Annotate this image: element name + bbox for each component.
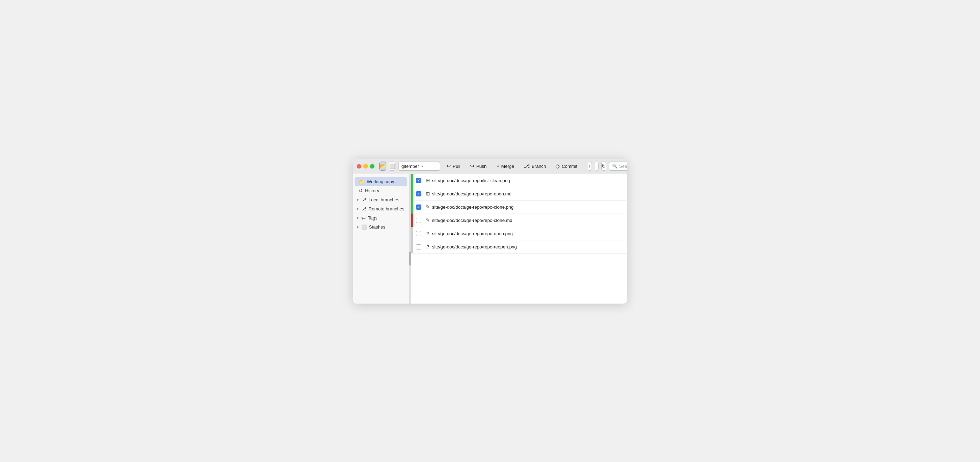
remove-button[interactable]: − bbox=[595, 162, 598, 171]
sidebar-item-remote-branches[interactable]: ▶ ⎇ Remote branches bbox=[353, 205, 409, 213]
chevron-down-icon: ▾ bbox=[421, 164, 423, 168]
file-list-inner: ⊞ site/ge-doc/docs/ge-repo/list-clean.pn… bbox=[411, 174, 627, 254]
file-path: site/ge-doc/docs/ge-repo/repo-clone.png bbox=[432, 205, 623, 210]
file-checkbox[interactable] bbox=[416, 244, 421, 249]
commit-button[interactable]: ◇ Commit bbox=[552, 162, 581, 171]
merge-icon: ⑂ bbox=[496, 163, 500, 169]
push-icon: ↪ bbox=[470, 163, 475, 169]
close-button[interactable] bbox=[357, 164, 361, 168]
chevron-right-icon: ▶ bbox=[357, 198, 359, 201]
stash-icon: ⬜ bbox=[361, 224, 367, 230]
branch-local-icon: ⎇ bbox=[361, 197, 366, 202]
refresh-icon: ↻ bbox=[602, 163, 606, 169]
file-checkbox[interactable] bbox=[416, 218, 421, 223]
question-icon: ? bbox=[424, 231, 432, 236]
sidebar-item-local-branches[interactable]: ▶ ⎇ Local branches bbox=[353, 195, 409, 204]
checkbox-area bbox=[413, 191, 424, 197]
file-checkbox[interactable] bbox=[416, 205, 421, 210]
main-area: 📁 Working copy ↺ History ▶ ⎇ Local branc… bbox=[353, 174, 627, 303]
sidebar-item-history[interactable]: ↺ History bbox=[355, 186, 407, 195]
sidebar-item-working-copy[interactable]: 📁 Working copy bbox=[355, 177, 407, 186]
branch-remote-icon: ⎇ bbox=[361, 206, 366, 211]
search-icon: 🔍 bbox=[612, 164, 617, 168]
checkbox-area bbox=[413, 178, 424, 183]
repo-selector[interactable]: gitember ▾ bbox=[398, 162, 440, 171]
chevron-right-icon-stashes: ▶ bbox=[357, 225, 359, 229]
titlebar: 📂 ⬜ gitember ▾ ↩ Pull ↪ Push ⑂ Merge ⎇ B… bbox=[353, 159, 627, 174]
minimize-button[interactable] bbox=[363, 164, 368, 168]
file-list: ⊞ site/ge-doc/docs/ge-repo/list-clean.pn… bbox=[411, 174, 627, 303]
table-row[interactable]: ⊞ site/ge-doc/docs/ge-repo/list-clean.pn… bbox=[411, 174, 627, 187]
push-button[interactable]: ↪ Push bbox=[467, 162, 490, 171]
history-icon: ↺ bbox=[359, 188, 363, 193]
copy-icon: ⬜ bbox=[389, 163, 395, 169]
table-row[interactable]: ⊞ site/ge-doc/docs/ge-repo/repo-open.md bbox=[411, 187, 627, 201]
file-path: site/ge-doc/docs/ge-repo/repo-open.md bbox=[432, 191, 623, 197]
checkbox-area bbox=[413, 244, 424, 249]
file-type-icon: ⊞ bbox=[424, 191, 432, 197]
sidebar-item-stashes[interactable]: ▶ ⬜ Stashes bbox=[353, 222, 409, 231]
branch-button[interactable]: ⎇ Branch bbox=[520, 162, 549, 171]
checkbox-area bbox=[413, 205, 424, 210]
plus-icon: + bbox=[588, 163, 591, 169]
maximize-button[interactable] bbox=[370, 164, 374, 168]
table-row[interactable]: ✎ site/ge-doc/docs/ge-repo/repo-clone.md bbox=[411, 214, 627, 227]
merge-button[interactable]: ⑂ Merge bbox=[493, 162, 517, 171]
search-box[interactable]: 🔍 Search bbox=[609, 162, 627, 171]
working-copy-icon: 📁 bbox=[359, 179, 364, 184]
chevron-right-icon-remote: ▶ bbox=[357, 207, 359, 210]
tab-toggle-button[interactable]: ⬜ bbox=[389, 162, 395, 171]
file-path: site/ge-doc/docs/ge-repo/repo-open.png bbox=[432, 231, 623, 236]
table-row[interactable]: ? site/ge-doc/docs/ge-repo/repo-open.png bbox=[411, 227, 627, 240]
edit-icon: ✎ bbox=[424, 218, 432, 223]
content-area: ⊞ site/ge-doc/docs/ge-repo/list-clean.pn… bbox=[409, 174, 627, 303]
file-checkbox[interactable] bbox=[416, 178, 421, 183]
question-icon: ? bbox=[424, 244, 432, 249]
file-type-icon: ⊞ bbox=[424, 178, 432, 183]
checkbox-area bbox=[413, 231, 424, 236]
folder-icon: 📂 bbox=[380, 163, 386, 169]
file-checkbox[interactable] bbox=[416, 191, 421, 197]
pull-icon: ↩ bbox=[446, 163, 451, 169]
tag-icon: 🏷 bbox=[361, 215, 366, 221]
traffic-lights bbox=[357, 164, 374, 168]
app-window: 📂 ⬜ gitember ▾ ↩ Pull ↪ Push ⑂ Merge ⎇ B… bbox=[353, 159, 627, 303]
checkbox-area bbox=[413, 218, 424, 223]
file-path: site/ge-doc/docs/ge-repo/repo-reopen.png bbox=[432, 244, 623, 249]
pull-button[interactable]: ↩ Pull bbox=[443, 162, 464, 171]
table-row[interactable]: ? site/ge-doc/docs/ge-repo/repo-reopen.p… bbox=[411, 240, 627, 254]
sidebar-toggle-button[interactable]: 📂 bbox=[379, 162, 386, 171]
add-button[interactable]: + bbox=[588, 162, 592, 171]
branch-icon: ⎇ bbox=[524, 163, 530, 169]
minus-icon: − bbox=[595, 163, 598, 169]
file-path: site/ge-doc/docs/ge-repo/list-clean.png bbox=[432, 178, 623, 183]
sidebar-item-tags[interactable]: ▶ 🏷 Tags bbox=[353, 214, 409, 222]
repo-name: gitember bbox=[401, 164, 419, 169]
commit-icon: ◇ bbox=[555, 163, 560, 169]
refresh-button[interactable]: ↻ bbox=[601, 162, 606, 171]
table-row[interactable]: ✎ site/ge-doc/docs/ge-repo/repo-clone.pn… bbox=[411, 201, 627, 214]
file-checkbox[interactable] bbox=[416, 231, 421, 236]
file-path: site/ge-doc/docs/ge-repo/repo-clone.md bbox=[432, 218, 623, 223]
chevron-right-icon-tags: ▶ bbox=[357, 216, 359, 219]
sidebar: 📁 Working copy ↺ History ▶ ⎇ Local branc… bbox=[353, 174, 409, 303]
edit-icon: ✎ bbox=[424, 204, 432, 210]
